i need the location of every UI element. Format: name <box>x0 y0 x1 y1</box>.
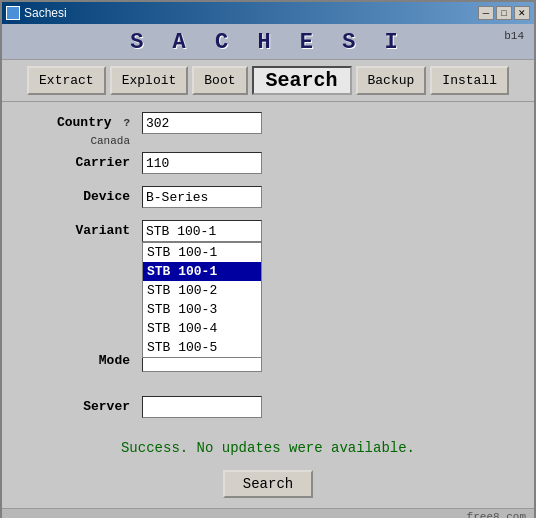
content-area: Country ? Canada Carrier Device Variant … <box>2 102 534 508</box>
status-text: Success. No updates were available. <box>22 440 514 456</box>
carrier-row: Carrier <box>22 152 514 174</box>
app-header: S A C H E S I b14 <box>2 24 534 60</box>
title-controls: ─ □ ✕ <box>478 6 530 20</box>
backup-button[interactable]: Backup <box>356 66 427 95</box>
variant-display[interactable]: STB 100-1 <box>142 220 262 242</box>
dropdown-item-3[interactable]: STB 100-3 <box>143 300 261 319</box>
mode-label: Mode <box>22 350 142 372</box>
title-bar-text: Sachesi <box>6 6 67 20</box>
country-sublabel: Canada <box>90 134 130 148</box>
exploit-button[interactable]: Exploit <box>110 66 189 95</box>
search-btn-row: Search <box>22 470 514 498</box>
server-label: Server <box>22 396 142 418</box>
dropdown-item-4[interactable]: STB 100-4 <box>143 319 261 338</box>
boot-button[interactable]: Boot <box>192 66 247 95</box>
dropdown-item-5[interactable]: STB 100-5 <box>143 338 261 357</box>
device-label: Device <box>22 186 142 208</box>
toolbar: Extract Exploit Boot Search Backup Insta… <box>2 60 534 102</box>
server-input[interactable] <box>142 396 262 418</box>
search-button[interactable]: Search <box>223 470 313 498</box>
app-title: S A C H E S I <box>130 30 406 55</box>
search-tab-button[interactable]: Search <box>252 66 352 95</box>
country-label: Country ? <box>57 112 130 134</box>
country-help-icon[interactable]: ? <box>123 117 130 129</box>
server-row: Server <box>22 396 514 418</box>
app-icon <box>6 6 20 20</box>
version-badge: b14 <box>504 30 524 42</box>
device-input[interactable] <box>142 186 262 208</box>
footer-text: free8.com <box>467 511 526 518</box>
main-window: Sachesi ─ □ ✕ S A C H E S I b14 Extract … <box>0 0 536 518</box>
mode-row: Mode <box>22 350 514 372</box>
extract-button[interactable]: Extract <box>27 66 106 95</box>
title-bar: Sachesi ─ □ ✕ <box>2 2 534 24</box>
country-label-col: Country ? Canada <box>22 112 142 148</box>
country-row: Country ? Canada <box>22 112 514 148</box>
footer: free8.com <box>2 508 534 518</box>
window-title: Sachesi <box>24 6 67 20</box>
carrier-label: Carrier <box>22 152 142 174</box>
maximize-button[interactable]: □ <box>496 6 512 20</box>
carrier-input[interactable] <box>142 152 262 174</box>
install-button[interactable]: Install <box>430 66 509 95</box>
close-button[interactable]: ✕ <box>514 6 530 20</box>
variant-label: Variant <box>22 220 142 242</box>
variant-dropdown-list: STB 100-1 STB 100-1 STB 100-2 STB 100-3 … <box>142 242 262 358</box>
minimize-button[interactable]: ─ <box>478 6 494 20</box>
device-row: Device <box>22 186 514 208</box>
dropdown-item-1[interactable]: STB 100-1 <box>143 262 261 281</box>
dropdown-item-2[interactable]: STB 100-2 <box>143 281 261 300</box>
dropdown-item-0[interactable]: STB 100-1 <box>143 243 261 262</box>
country-input[interactable] <box>142 112 262 134</box>
variant-dropdown-container: STB 100-1 STB 100-1 STB 100-1 STB 100-2 … <box>142 220 262 242</box>
variant-row: Variant STB 100-1 STB 100-1 STB 100-1 ST… <box>22 220 514 242</box>
